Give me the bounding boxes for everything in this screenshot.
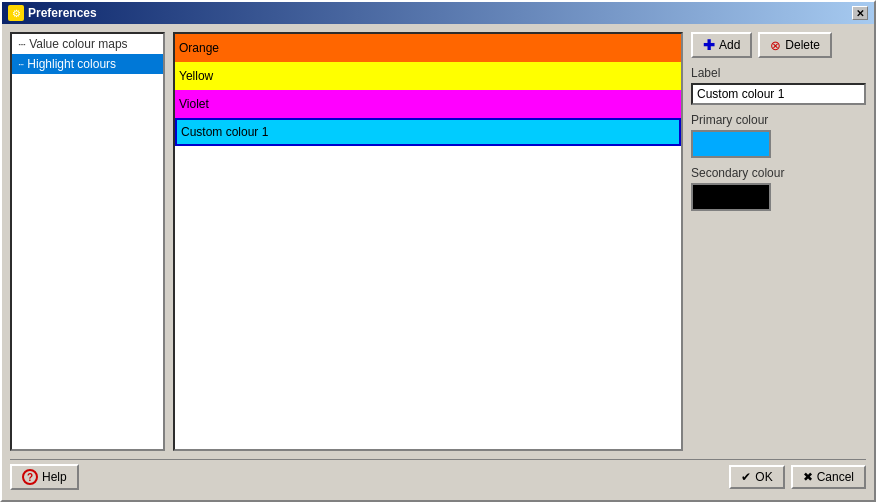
main-content: ···· Value colour maps ··· Highlight col… (2, 24, 874, 500)
left-panel: ···· Value colour maps ··· Highlight col… (10, 32, 165, 451)
color-list-panel: Orange Yellow Violet Custom colour 1 (173, 32, 683, 451)
list-item-violet[interactable]: Violet (175, 90, 681, 118)
close-button[interactable]: ✕ (852, 6, 868, 20)
right-panel: ✚ Add ⊗ Delete Label Primary colour (691, 32, 866, 451)
label-title: Label (691, 66, 866, 80)
window-icon: ⚙ (8, 5, 24, 21)
help-label: Help (42, 470, 67, 484)
list-item-yellow[interactable]: Yellow (175, 62, 681, 90)
ok-label: OK (755, 470, 772, 484)
main-area: ···· Value colour maps ··· Highlight col… (10, 32, 866, 451)
titlebar-left: ⚙ Preferences (8, 5, 97, 21)
ok-button[interactable]: ✔ OK (729, 465, 784, 489)
window-title: Preferences (28, 6, 97, 20)
secondary-colour-title: Secondary colour (691, 166, 866, 180)
primary-colour-swatch[interactable] (691, 130, 771, 158)
delete-button[interactable]: ⊗ Delete (758, 32, 832, 58)
plus-icon: ✚ (703, 37, 715, 53)
bottom-left: ? Help (10, 464, 79, 490)
color-label-custom1: Custom colour 1 (181, 125, 268, 139)
cancel-icon: ✖ (803, 470, 813, 484)
sidebar-item-value-colour-maps[interactable]: ···· Value colour maps (12, 34, 163, 54)
color-label-violet: Violet (179, 97, 209, 111)
ok-icon: ✔ (741, 470, 751, 484)
preferences-window: ⚙ Preferences ✕ ···· Value colour maps ·… (0, 0, 876, 502)
dots-icon-2: ··· (18, 59, 23, 70)
bottom-bar: ? Help ✔ OK ✖ Cancel (10, 459, 866, 492)
toolbar: ✚ Add ⊗ Delete (691, 32, 866, 58)
label-section: Label (691, 66, 866, 105)
color-label-yellow: Yellow (179, 69, 213, 83)
label-input[interactable] (691, 83, 866, 105)
cancel-label: Cancel (817, 470, 854, 484)
list-item-custom1[interactable]: Custom colour 1 (175, 118, 681, 146)
primary-colour-title: Primary colour (691, 113, 866, 127)
delete-icon: ⊗ (770, 38, 781, 53)
secondary-colour-swatch[interactable] (691, 183, 771, 211)
primary-colour-section: Primary colour (691, 113, 866, 158)
add-label: Add (719, 38, 740, 52)
sidebar-label-highlight-colours: Highlight colours (27, 57, 116, 71)
bottom-right: ✔ OK ✖ Cancel (729, 465, 866, 489)
secondary-colour-section: Secondary colour (691, 166, 866, 211)
add-button[interactable]: ✚ Add (691, 32, 752, 58)
help-button[interactable]: ? Help (10, 464, 79, 490)
sidebar-item-highlight-colours[interactable]: ··· Highlight colours (12, 54, 163, 74)
color-label-orange: Orange (179, 41, 219, 55)
delete-label: Delete (785, 38, 820, 52)
sidebar-label-value-colour-maps: Value colour maps (29, 37, 128, 51)
dots-icon: ···· (18, 39, 25, 50)
titlebar: ⚙ Preferences ✕ (2, 2, 874, 24)
help-icon: ? (22, 469, 38, 485)
list-item-orange[interactable]: Orange (175, 34, 681, 62)
cancel-button[interactable]: ✖ Cancel (791, 465, 866, 489)
